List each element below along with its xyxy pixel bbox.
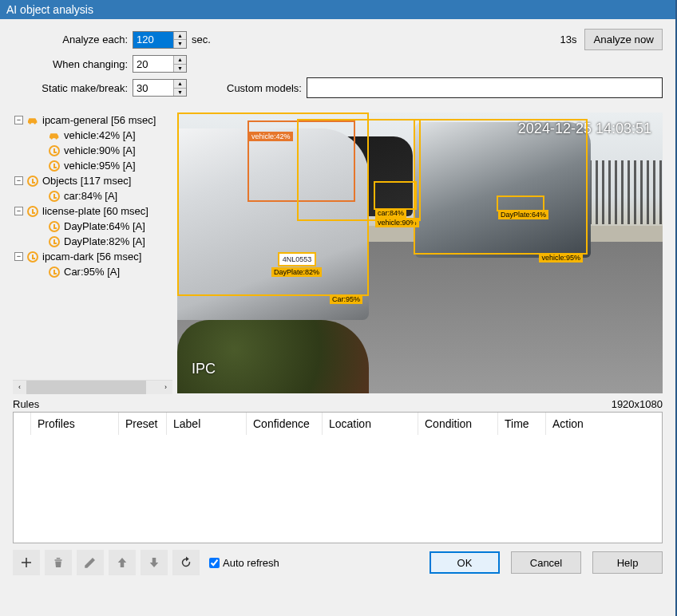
static-input[interactable] bbox=[133, 80, 173, 96]
col-label[interactable]: Label bbox=[167, 413, 247, 435]
bbox-plate: 4NL0553 bbox=[278, 252, 316, 267]
auto-refresh-input[interactable] bbox=[209, 558, 220, 568]
window-title: AI object analysis bbox=[6, 3, 93, 16]
cancel-button[interactable]: Cancel bbox=[511, 551, 581, 574]
when-changing-label: When changing: bbox=[13, 58, 133, 70]
analyze-each-label: Analyze each: bbox=[13, 34, 133, 45]
tree-group[interactable]: − ipcam-dark [56 msec] bbox=[13, 249, 172, 264]
tree-item[interactable]: vehicle:95% [A] bbox=[13, 158, 172, 173]
auto-refresh-checkbox[interactable]: Auto refresh bbox=[209, 557, 279, 569]
custom-models-input[interactable] bbox=[307, 77, 663, 98]
bbox-label: DayPlate:64% bbox=[498, 210, 548, 219]
col-action[interactable]: Action bbox=[546, 413, 662, 435]
detection-tree[interactable]: − ipcam-general [56 msec] vehicle:42% [A… bbox=[13, 113, 172, 380]
move-up-button[interactable] bbox=[109, 550, 136, 575]
tree-label: ipcam-general [56 msec] bbox=[42, 114, 156, 126]
move-down-button[interactable] bbox=[141, 550, 168, 575]
col-time[interactable]: Time bbox=[498, 413, 546, 435]
edit-button[interactable] bbox=[77, 550, 104, 575]
collapse-icon[interactable]: − bbox=[14, 176, 23, 185]
tree-item[interactable]: DayPlate:82% [A] bbox=[13, 234, 172, 249]
refresh-button[interactable] bbox=[172, 550, 200, 575]
spin-down-icon[interactable]: ▼ bbox=[174, 89, 186, 97]
stopwatch-icon bbox=[26, 176, 39, 187]
tree-group[interactable]: − ipcam-general [56 msec] bbox=[13, 113, 172, 128]
tree-label: license-plate [60 msec] bbox=[42, 205, 148, 217]
analyze-each-unit: sec. bbox=[192, 34, 211, 45]
spin-down-icon[interactable]: ▼ bbox=[174, 65, 186, 73]
stopwatch-icon bbox=[26, 206, 39, 217]
help-button[interactable]: Help bbox=[592, 551, 663, 574]
tree-group[interactable]: − Objects [117 msec] bbox=[13, 173, 172, 188]
add-button[interactable] bbox=[13, 550, 40, 575]
auto-refresh-label: Auto refresh bbox=[223, 557, 279, 569]
scroll-track[interactable] bbox=[26, 381, 159, 394]
collapse-icon[interactable]: − bbox=[14, 252, 23, 261]
car-icon bbox=[48, 131, 61, 140]
tree-label: DayPlate:82% [A] bbox=[64, 235, 145, 247]
stopwatch-icon bbox=[48, 267, 61, 278]
rules-header-row: Profiles Preset Label Confidence Locatio… bbox=[14, 413, 662, 436]
status-time: 13s bbox=[560, 34, 576, 45]
analyze-each-spinner[interactable]: ▲ ▼ bbox=[133, 31, 187, 49]
window-titlebar: AI object analysis bbox=[0, 0, 675, 19]
bbox-vehicle95: vehicle:95% bbox=[414, 119, 588, 255]
stopwatch-icon bbox=[48, 145, 61, 156]
stopwatch-icon bbox=[48, 221, 61, 232]
spin-up-icon[interactable]: ▲ bbox=[174, 32, 186, 41]
tree-item[interactable]: DayPlate:64% [A] bbox=[13, 219, 172, 234]
static-label: Static make/break: bbox=[13, 82, 133, 94]
analyze-now-button[interactable]: Analyze now bbox=[584, 29, 663, 50]
stopwatch-icon bbox=[48, 191, 61, 202]
tree-item[interactable]: vehicle:42% [A] bbox=[13, 128, 172, 143]
tree-label: vehicle:90% [A] bbox=[64, 144, 136, 156]
resolution-label: 1920x1080 bbox=[612, 398, 663, 410]
scroll-thumb[interactable] bbox=[26, 381, 146, 394]
spin-up-icon[interactable]: ▲ bbox=[174, 56, 186, 65]
stopwatch-icon bbox=[48, 236, 61, 247]
rules-grid[interactable]: Profiles Preset Label Confidence Locatio… bbox=[13, 412, 663, 543]
tree-group[interactable]: − license-plate [60 msec] bbox=[13, 203, 172, 219]
analyze-each-input[interactable] bbox=[133, 32, 173, 48]
delete-button[interactable] bbox=[45, 550, 72, 575]
tree-label: vehicle:42% [A] bbox=[64, 129, 136, 141]
tree-item[interactable]: car:84% [A] bbox=[13, 188, 172, 203]
tree-label: Car:95% [A] bbox=[64, 266, 120, 278]
tree-label: car:84% [A] bbox=[64, 190, 117, 202]
col-blank[interactable] bbox=[14, 413, 31, 435]
spin-up-icon[interactable]: ▲ bbox=[174, 80, 186, 89]
tree-label: vehicle:95% [A] bbox=[64, 160, 136, 172]
plate-text: 4NL0553 bbox=[283, 255, 312, 263]
tree-label: ipcam-dark [56 msec] bbox=[42, 251, 141, 263]
col-preset[interactable]: Preset bbox=[119, 413, 167, 435]
scroll-left-icon[interactable]: ‹ bbox=[13, 381, 26, 394]
tree-label: DayPlate:64% [A] bbox=[64, 220, 145, 232]
col-condition[interactable]: Condition bbox=[418, 413, 498, 435]
col-profiles[interactable]: Profiles bbox=[31, 413, 119, 435]
bbox-car84: car:84% bbox=[374, 181, 417, 210]
when-changing-input[interactable] bbox=[133, 56, 173, 72]
preview-camera-name: IPC bbox=[192, 361, 216, 377]
car-icon bbox=[26, 116, 39, 125]
tree-item[interactable]: vehicle:90% [A] bbox=[13, 143, 172, 158]
when-changing-spinner[interactable]: ▲ ▼ bbox=[133, 55, 187, 73]
camera-preview[interactable]: 2024-12-25 14:03:51 IPC vehicle:42% car:… bbox=[177, 113, 663, 393]
bbox-label: DayPlate:82% bbox=[271, 267, 322, 277]
spin-down-icon[interactable]: ▼ bbox=[174, 40, 186, 48]
collapse-icon[interactable]: − bbox=[14, 207, 23, 215]
col-location[interactable]: Location bbox=[323, 413, 418, 435]
bbox-label: vehicle:90% bbox=[375, 218, 419, 227]
bbox-label: car:84% bbox=[375, 208, 406, 218]
col-confidence[interactable]: Confidence bbox=[247, 413, 323, 435]
stopwatch-icon bbox=[48, 160, 61, 172]
tree-item[interactable]: Car:95% [A] bbox=[13, 264, 172, 279]
rules-label: Rules bbox=[13, 398, 39, 410]
ok-button[interactable]: OK bbox=[430, 551, 500, 574]
static-spinner[interactable]: ▲ ▼ bbox=[133, 79, 187, 97]
collapse-icon[interactable]: − bbox=[14, 116, 23, 124]
bbox-label: Car:95% bbox=[330, 294, 362, 304]
scroll-right-icon[interactable]: › bbox=[159, 381, 172, 394]
tree-scrollbar[interactable]: ‹ › bbox=[13, 380, 172, 393]
tree-label: Objects [117 msec] bbox=[42, 175, 131, 187]
custom-models-label: Custom models: bbox=[227, 82, 302, 94]
